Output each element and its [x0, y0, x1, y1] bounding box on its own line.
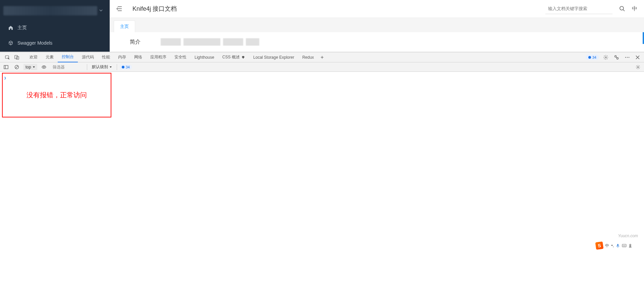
- sidebar-item-label: 主页: [17, 25, 27, 31]
- content-intro-row: 简介: [120, 38, 634, 46]
- sidebar-item-swagger-models[interactable]: Swagger Models: [0, 36, 110, 50]
- activity-icon[interactable]: [612, 53, 621, 61]
- devtools-tabs-bar: 欢迎 元素 控制台 源代码 性能 内存 网络 应用程序 安全性 Lighthou…: [0, 52, 644, 62]
- inspect-element-icon[interactable]: [3, 53, 12, 62]
- sidebar-item-home[interactable]: 主页: [0, 20, 110, 36]
- svg-rect-15: [622, 244, 626, 247]
- devtools-tab-performance[interactable]: 性能: [98, 52, 114, 62]
- devtools-tab-network[interactable]: 网络: [130, 52, 146, 62]
- devtools-tab-console[interactable]: 控制台: [58, 52, 78, 62]
- badge-dot-icon: [588, 56, 591, 59]
- search-input[interactable]: [545, 3, 612, 14]
- page-title: Knife4j 接口文档: [132, 5, 177, 13]
- svg-point-13: [637, 66, 639, 68]
- chevron-down-icon: [99, 8, 103, 12]
- sidebar-project-selector[interactable]: [0, 0, 110, 20]
- microphone-icon[interactable]: [616, 244, 620, 248]
- live-expression-icon[interactable]: [40, 63, 48, 71]
- devtools-tab-css-overview[interactable]: CSS 概述: [218, 52, 249, 62]
- sidebar-item-label: Swagger Models: [17, 40, 52, 46]
- intro-label: 简介: [130, 39, 141, 46]
- svg-point-9: [629, 57, 629, 57]
- close-icon[interactable]: [634, 54, 641, 61]
- svg-point-6: [617, 57, 619, 59]
- ime-punct[interactable]: •,: [611, 243, 614, 248]
- sidebar-project-name-blurred: [3, 6, 97, 15]
- divider: [87, 64, 87, 70]
- devtools-tab-sources[interactable]: 源代码: [78, 52, 98, 62]
- devtools-tab-local-storage[interactable]: Local Storage Explorer: [249, 53, 298, 62]
- devtools-tab-security[interactable]: 安全性: [170, 52, 191, 62]
- keyboard-icon[interactable]: [622, 244, 627, 247]
- svg-point-8: [627, 57, 628, 57]
- divider: [117, 64, 117, 70]
- device-toggle-icon[interactable]: [12, 53, 21, 62]
- devtools-tab-memory[interactable]: 内存: [114, 52, 130, 62]
- svg-rect-10: [4, 65, 8, 69]
- main-area: Knife4j 接口文档 中 主页 简介: [110, 0, 644, 52]
- tab-home[interactable]: 主页: [114, 20, 135, 32]
- console-level-select[interactable]: 默认级别: [90, 63, 114, 70]
- devtools-issues-badge[interactable]: 34: [586, 55, 599, 60]
- devtools-panel: 欢迎 元素 控制台 源代码 性能 内存 网络 应用程序 安全性 Lighthou…: [0, 52, 644, 263]
- svg-point-0: [620, 6, 624, 10]
- console-settings-icon[interactable]: [634, 63, 642, 71]
- pin-icon[interactable]: [629, 244, 632, 248]
- content-scroll-indicator: [643, 32, 644, 44]
- language-toggle[interactable]: 中: [632, 5, 637, 12]
- svg-rect-14: [617, 244, 619, 246]
- devtools-right-controls: 34: [586, 53, 641, 61]
- watermark-yuucn: Yuucn.com: [618, 234, 638, 238]
- devtools-tab-lighthouse[interactable]: Lighthouse: [191, 53, 218, 62]
- svg-point-4: [605, 57, 606, 58]
- devtools-tab-redux[interactable]: Redux: [298, 53, 318, 62]
- svg-point-5: [615, 55, 616, 57]
- badge-dot-icon: [122, 66, 124, 68]
- console-filter-input[interactable]: [51, 64, 84, 70]
- sogou-logo-icon[interactable]: S: [595, 242, 604, 250]
- tabs-row: 主页: [110, 18, 644, 32]
- content-area: 简介: [110, 32, 644, 52]
- svg-point-7: [625, 57, 626, 57]
- sidebar-collapse-icon[interactable]: [116, 6, 122, 12]
- clear-console-icon[interactable]: [13, 63, 21, 71]
- sidebar: 主页 Swagger Models: [0, 0, 110, 52]
- home-icon: [8, 25, 13, 31]
- gear-icon[interactable]: [602, 53, 610, 61]
- svg-rect-2: [15, 55, 17, 59]
- console-body[interactable]: ❯: [0, 72, 644, 263]
- devtools-tab-application[interactable]: 应用程序: [146, 52, 170, 62]
- header-right: 中: [545, 3, 637, 14]
- cube-icon: [8, 40, 13, 46]
- console-toolbar: top 默认级别 34: [0, 62, 644, 72]
- svg-point-12: [43, 66, 44, 67]
- console-context-select[interactable]: top: [23, 64, 37, 70]
- devtools-tab-elements[interactable]: 元素: [42, 52, 58, 62]
- devtools-tab-welcome[interactable]: 欢迎: [25, 52, 42, 62]
- ime-toolbar: S 中 •,: [594, 241, 634, 250]
- ime-lang[interactable]: 中: [605, 243, 609, 249]
- console-issue-badge[interactable]: 34: [120, 65, 132, 69]
- search-icon[interactable]: [619, 6, 625, 12]
- more-icon[interactable]: [623, 53, 631, 61]
- console-sidebar-toggle-icon[interactable]: [2, 63, 10, 71]
- app-top-region: 主页 Swagger Models Knife4j 接口文档 中 主页: [0, 0, 644, 52]
- main-header: Knife4j 接口文档 中: [110, 0, 644, 18]
- intro-value-blurred: [161, 38, 259, 46]
- devtools-add-tab-icon[interactable]: +: [318, 53, 326, 62]
- console-prompt-icon: ❯: [4, 76, 6, 80]
